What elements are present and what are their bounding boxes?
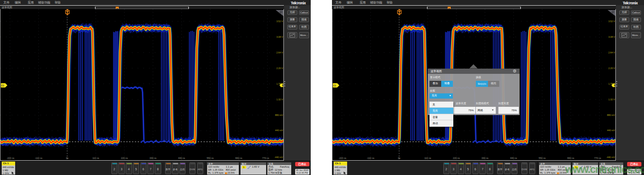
svg-text:1.32 V: 1.32 V [276,98,283,101]
svg-text:-220 ns: -220 ns [7,157,14,159]
svg-text:3.52 V: 3.52 V [276,20,283,23]
svg-text:110 ns: 110 ns [92,157,99,159]
svg-text:2.64 V: 2.64 V [276,51,283,54]
svg-text:440 ns: 440 ns [178,157,185,159]
svg-text:880 mV: 880 mV [275,114,283,116]
svg-text:660 ns: 660 ns [235,157,242,159]
svg-text:440 mV: 440 mV [275,129,283,132]
svg-text:C1: C1 [333,84,336,87]
svg-text:-110 ns: -110 ns [35,157,42,159]
svg-text:-440 mV: -440 mV [274,156,283,158]
svg-text:C1: C1 [1,84,4,87]
svg-text:770 ns: 770 ns [262,157,269,159]
svg-text:3.08 V: 3.08 V [276,36,283,38]
svg-text:2.20 V: 2.20 V [276,67,283,69]
svg-text:330 ns: 330 ns [150,157,156,159]
svg-text:220 ns: 220 ns [121,157,128,159]
svg-text:550 ns: 550 ns [207,157,214,159]
svg-text:0s: 0s [66,157,68,159]
